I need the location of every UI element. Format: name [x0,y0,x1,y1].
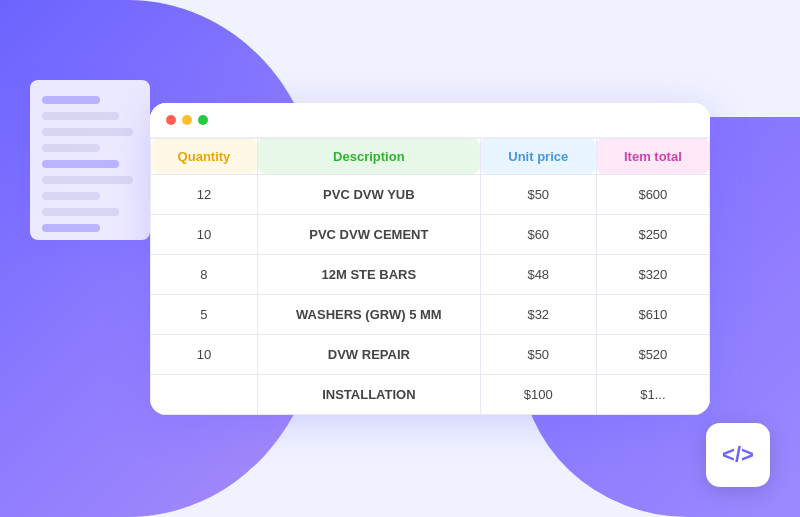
cell-quantity: 10 [151,214,258,254]
doc-line [42,144,100,152]
doc-line [42,176,133,184]
cell-description: DVW REPAIR [257,334,480,374]
main-window: Quantity Description Unit price Item tot… [150,103,710,415]
cell-item-total: $610 [596,294,709,334]
window-dot-green [198,115,208,125]
cell-description: PVC DVW CEMENT [257,214,480,254]
doc-line [42,208,119,216]
cell-description: WASHERS (GRW) 5 MM [257,294,480,334]
cell-quantity: 10 [151,334,258,374]
code-icon: </> [722,442,754,468]
header-description: Description [257,138,480,174]
cell-quantity: 8 [151,254,258,294]
cell-unit-price: $100 [480,374,596,414]
cell-description: 12M STE BARS [257,254,480,294]
cell-item-total: $600 [596,174,709,214]
doc-line [42,96,100,104]
cell-quantity: 5 [151,294,258,334]
cell-unit-price: $50 [480,334,596,374]
cell-unit-price: $48 [480,254,596,294]
cell-quantity: 12 [151,174,258,214]
header-unit-price: Unit price [480,138,596,174]
doc-line [42,224,100,232]
cell-item-total: $520 [596,334,709,374]
cell-item-total: $320 [596,254,709,294]
table-row: 10DVW REPAIR$50$520 [151,334,710,374]
window-chrome [150,103,710,138]
table-row: 5WASHERS (GRW) 5 MM$32$610 [151,294,710,334]
invoice-table: Quantity Description Unit price Item tot… [150,138,710,415]
header-item-total: Item total [596,138,709,174]
cell-item-total: $250 [596,214,709,254]
cell-unit-price: $60 [480,214,596,254]
cell-description: PVC DVW YUB [257,174,480,214]
cell-unit-price: $32 [480,294,596,334]
table-row: INSTALLATION$100$1... [151,374,710,414]
doc-line [42,112,119,120]
cell-description: INSTALLATION [257,374,480,414]
table-wrapper: Quantity Description Unit price Item tot… [150,138,710,415]
doc-line [42,128,133,136]
cell-item-total: $1... [596,374,709,414]
doc-line [42,160,119,168]
table-row: 812M STE BARS$48$320 [151,254,710,294]
decorative-document [30,80,150,240]
table-row: 10PVC DVW CEMENT$60$250 [151,214,710,254]
window-dot-yellow [182,115,192,125]
doc-line [42,192,100,200]
window-dot-red [166,115,176,125]
cell-quantity [151,374,258,414]
header-quantity: Quantity [151,138,258,174]
cell-unit-price: $50 [480,174,596,214]
table-row: 12PVC DVW YUB$50$600 [151,174,710,214]
code-badge: </> [706,423,770,487]
